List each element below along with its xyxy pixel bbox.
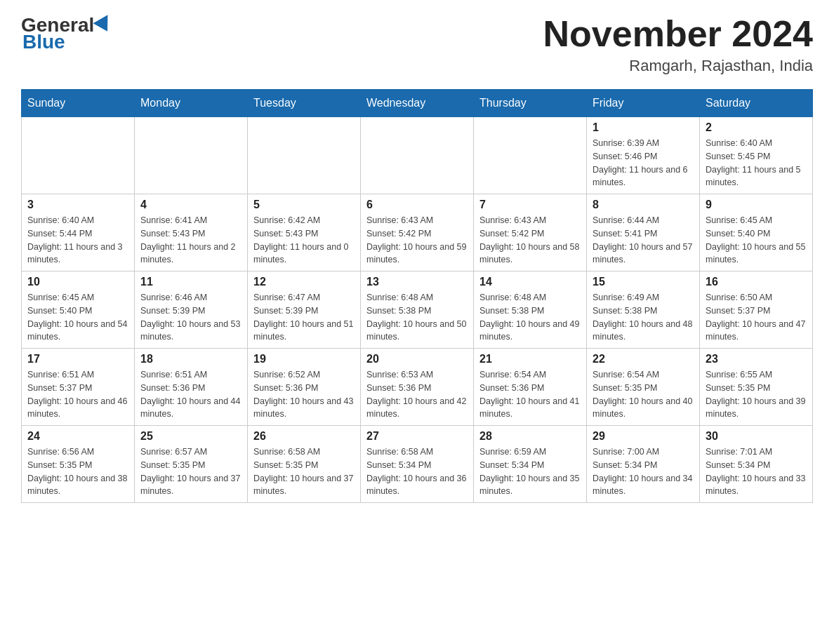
- calendar-cell: 13Sunrise: 6:48 AM Sunset: 5:38 PM Dayli…: [361, 271, 474, 349]
- day-info: Sunrise: 6:51 AM Sunset: 5:36 PM Dayligh…: [140, 368, 241, 421]
- calendar-cell: 15Sunrise: 6:49 AM Sunset: 5:38 PM Dayli…: [587, 271, 700, 349]
- day-number: 27: [366, 430, 468, 443]
- week-row: 1Sunrise: 6:39 AM Sunset: 5:46 PM Daylig…: [22, 117, 813, 194]
- day-info: Sunrise: 6:39 AM Sunset: 5:46 PM Dayligh…: [593, 137, 694, 189]
- calendar-cell: 10Sunrise: 6:45 AM Sunset: 5:40 PM Dayli…: [22, 271, 135, 349]
- week-row: 17Sunrise: 6:51 AM Sunset: 5:37 PM Dayli…: [22, 349, 813, 426]
- calendar-cell: 11Sunrise: 6:46 AM Sunset: 5:39 PM Dayli…: [135, 271, 248, 349]
- day-info: Sunrise: 6:53 AM Sunset: 5:36 PM Dayligh…: [366, 368, 468, 421]
- day-number: 2: [706, 121, 807, 134]
- calendar-body: 1Sunrise: 6:39 AM Sunset: 5:46 PM Daylig…: [22, 117, 813, 503]
- calendar-cell: [474, 117, 587, 194]
- day-of-week-header: Thursday: [474, 90, 587, 117]
- calendar-cell: 7Sunrise: 6:43 AM Sunset: 5:42 PM Daylig…: [474, 194, 587, 271]
- calendar-cell: [135, 117, 248, 194]
- day-info: Sunrise: 6:40 AM Sunset: 5:44 PM Dayligh…: [27, 214, 128, 267]
- calendar-cell: 9Sunrise: 6:45 AM Sunset: 5:40 PM Daylig…: [700, 194, 813, 271]
- page-header: General Blue November 2024 Ramgarh, Raja…: [21, 14, 813, 75]
- day-number: 25: [140, 430, 241, 443]
- day-of-week-header: Monday: [135, 90, 248, 117]
- day-number: 30: [706, 430, 807, 443]
- calendar-cell: 16Sunrise: 6:50 AM Sunset: 5:37 PM Dayli…: [700, 271, 813, 349]
- calendar-cell: 25Sunrise: 6:57 AM Sunset: 5:35 PM Dayli…: [135, 426, 248, 503]
- day-info: Sunrise: 6:42 AM Sunset: 5:43 PM Dayligh…: [253, 214, 355, 267]
- day-number: 11: [140, 276, 241, 288]
- day-info: Sunrise: 6:54 AM Sunset: 5:36 PM Dayligh…: [479, 368, 581, 421]
- day-info: Sunrise: 6:43 AM Sunset: 5:42 PM Dayligh…: [366, 214, 468, 267]
- day-info: Sunrise: 6:58 AM Sunset: 5:34 PM Dayligh…: [366, 445, 468, 498]
- day-info: Sunrise: 6:45 AM Sunset: 5:40 PM Dayligh…: [706, 214, 807, 267]
- calendar-cell: 30Sunrise: 7:01 AM Sunset: 5:34 PM Dayli…: [700, 426, 813, 503]
- logo-blue-text: Blue: [22, 31, 65, 53]
- calendar-cell: [361, 117, 474, 194]
- day-info: Sunrise: 6:52 AM Sunset: 5:36 PM Dayligh…: [253, 368, 355, 421]
- day-number: 9: [706, 199, 807, 211]
- day-number: 6: [366, 199, 468, 211]
- day-of-week-header: Friday: [587, 90, 700, 117]
- day-info: Sunrise: 6:44 AM Sunset: 5:41 PM Dayligh…: [593, 214, 694, 267]
- calendar-cell: 21Sunrise: 6:54 AM Sunset: 5:36 PM Dayli…: [474, 349, 587, 426]
- day-info: Sunrise: 6:59 AM Sunset: 5:34 PM Dayligh…: [479, 445, 581, 498]
- day-info: Sunrise: 6:41 AM Sunset: 5:43 PM Dayligh…: [140, 214, 241, 267]
- day-info: Sunrise: 6:48 AM Sunset: 5:38 PM Dayligh…: [479, 291, 581, 344]
- month-title: November 2024: [543, 14, 813, 54]
- calendar-cell: 18Sunrise: 6:51 AM Sunset: 5:36 PM Dayli…: [135, 349, 248, 426]
- day-info: Sunrise: 6:57 AM Sunset: 5:35 PM Dayligh…: [140, 445, 241, 498]
- week-row: 3Sunrise: 6:40 AM Sunset: 5:44 PM Daylig…: [22, 194, 813, 271]
- calendar-cell: 20Sunrise: 6:53 AM Sunset: 5:36 PM Dayli…: [361, 349, 474, 426]
- day-number: 5: [253, 199, 355, 211]
- day-info: Sunrise: 6:50 AM Sunset: 5:37 PM Dayligh…: [706, 291, 807, 344]
- logo-triangle-icon: [93, 15, 115, 35]
- title-area: November 2024 Ramgarh, Rajasthan, India: [543, 14, 813, 75]
- day-number: 3: [27, 199, 128, 211]
- calendar-cell: 6Sunrise: 6:43 AM Sunset: 5:42 PM Daylig…: [361, 194, 474, 271]
- calendar-header-row: SundayMondayTuesdayWednesdayThursdayFrid…: [22, 90, 813, 117]
- day-number: 21: [479, 353, 581, 365]
- day-number: 17: [27, 353, 128, 365]
- calendar-cell: 12Sunrise: 6:47 AM Sunset: 5:39 PM Dayli…: [248, 271, 361, 349]
- calendar-cell: 4Sunrise: 6:41 AM Sunset: 5:43 PM Daylig…: [135, 194, 248, 271]
- day-number: 15: [593, 276, 694, 288]
- day-number: 7: [479, 199, 581, 211]
- calendar-cell: 26Sunrise: 6:58 AM Sunset: 5:35 PM Dayli…: [248, 426, 361, 503]
- calendar-cell: 14Sunrise: 6:48 AM Sunset: 5:38 PM Dayli…: [474, 271, 587, 349]
- location-subtitle: Ramgarh, Rajasthan, India: [543, 57, 813, 75]
- calendar-cell: 2Sunrise: 6:40 AM Sunset: 5:45 PM Daylig…: [700, 117, 813, 194]
- day-number: 12: [253, 276, 355, 288]
- day-number: 23: [706, 353, 807, 365]
- day-number: 19: [253, 353, 355, 365]
- calendar-cell: 5Sunrise: 6:42 AM Sunset: 5:43 PM Daylig…: [248, 194, 361, 271]
- calendar-cell: 19Sunrise: 6:52 AM Sunset: 5:36 PM Dayli…: [248, 349, 361, 426]
- day-of-week-header: Sunday: [22, 90, 135, 117]
- week-row: 24Sunrise: 6:56 AM Sunset: 5:35 PM Dayli…: [22, 426, 813, 503]
- day-info: Sunrise: 6:43 AM Sunset: 5:42 PM Dayligh…: [479, 214, 581, 267]
- day-number: 10: [27, 276, 128, 288]
- day-number: 8: [593, 199, 694, 211]
- day-number: 24: [27, 430, 128, 443]
- calendar-cell: 27Sunrise: 6:58 AM Sunset: 5:34 PM Dayli…: [361, 426, 474, 503]
- day-of-week-header: Wednesday: [361, 90, 474, 117]
- day-of-week-header: Tuesday: [248, 90, 361, 117]
- day-number: 1: [593, 121, 694, 134]
- day-info: Sunrise: 6:58 AM Sunset: 5:35 PM Dayligh…: [253, 445, 355, 498]
- day-info: Sunrise: 6:46 AM Sunset: 5:39 PM Dayligh…: [140, 291, 241, 344]
- calendar-cell: 17Sunrise: 6:51 AM Sunset: 5:37 PM Dayli…: [22, 349, 135, 426]
- week-row: 10Sunrise: 6:45 AM Sunset: 5:40 PM Dayli…: [22, 271, 813, 349]
- day-info: Sunrise: 7:00 AM Sunset: 5:34 PM Dayligh…: [593, 445, 694, 498]
- day-info: Sunrise: 6:45 AM Sunset: 5:40 PM Dayligh…: [27, 291, 128, 344]
- day-info: Sunrise: 6:56 AM Sunset: 5:35 PM Dayligh…: [27, 445, 128, 498]
- day-number: 14: [479, 276, 581, 288]
- calendar-table: SundayMondayTuesdayWednesdayThursdayFrid…: [21, 89, 813, 503]
- calendar-cell: [248, 117, 361, 194]
- calendar-cell: 28Sunrise: 6:59 AM Sunset: 5:34 PM Dayli…: [474, 426, 587, 503]
- calendar-cell: 8Sunrise: 6:44 AM Sunset: 5:41 PM Daylig…: [587, 194, 700, 271]
- day-number: 22: [593, 353, 694, 365]
- day-number: 4: [140, 199, 241, 211]
- day-number: 16: [706, 276, 807, 288]
- calendar-cell: 29Sunrise: 7:00 AM Sunset: 5:34 PM Dayli…: [587, 426, 700, 503]
- calendar-cell: [22, 117, 135, 194]
- day-info: Sunrise: 6:51 AM Sunset: 5:37 PM Dayligh…: [27, 368, 128, 421]
- day-number: 20: [366, 353, 468, 365]
- day-number: 26: [253, 430, 355, 443]
- day-number: 18: [140, 353, 241, 365]
